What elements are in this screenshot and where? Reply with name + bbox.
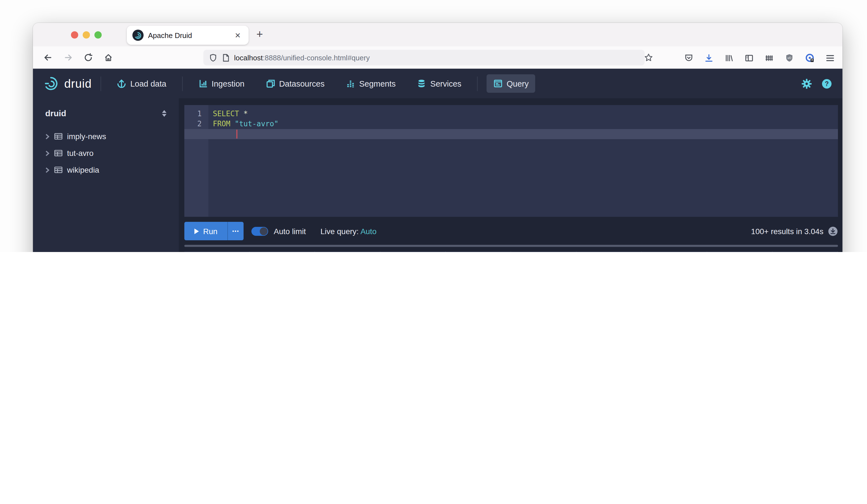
play-icon [194, 228, 199, 234]
shield-icon [209, 53, 217, 62]
toggle-knob [260, 227, 268, 235]
line-number: 1 [184, 109, 208, 119]
download-results-icon[interactable] [828, 226, 838, 236]
svg-text:?: ? [825, 80, 829, 87]
results-table: __time_timeagentbytesipreferrerremote_us… [184, 251, 838, 252]
reload-icon[interactable] [80, 53, 97, 62]
table-name: imply-news [67, 132, 106, 141]
browser-window: Apache Druid ✕ + [33, 23, 843, 252]
onepassword-icon[interactable] [805, 53, 814, 63]
new-tab-button[interactable]: + [256, 28, 263, 41]
query-icon [493, 79, 503, 88]
table-tree: imply-news tut-avro wikipedia [33, 128, 179, 178]
run-bar: Run ••• Auto limit Live query: Auto 100+… [184, 222, 838, 240]
forward-icon[interactable] [60, 53, 76, 62]
results-count: 100+ results in 3.04s [751, 227, 823, 236]
nav-services[interactable]: Services [410, 74, 468, 93]
settings-gear-icon[interactable] [801, 78, 812, 89]
chevron-right-icon [45, 150, 50, 156]
nav-datasources[interactable]: Datasources [259, 74, 331, 93]
page-icon [222, 53, 229, 62]
console-content: druid imply-news tut-avro [33, 98, 843, 252]
screen: Apache Druid ✕ + [0, 0, 867, 252]
nav-label: Ingestion [212, 79, 244, 88]
live-query-label[interactable]: Live query: Auto [320, 227, 376, 236]
nav-load-data[interactable]: Load data [110, 74, 173, 93]
svg-text:uO: uO [788, 56, 791, 59]
nav-label: Datasources [279, 79, 324, 88]
nav-ingestion[interactable]: Ingestion [191, 74, 251, 93]
auto-limit-label: Auto limit [274, 227, 306, 236]
url-bar[interactable]: localhost:8888/unified-console.html#quer… [203, 50, 645, 65]
bookmark-star-icon[interactable] [644, 53, 653, 62]
sidebar-icon[interactable] [745, 53, 753, 62]
column-header[interactable]: _time [250, 251, 315, 252]
nav-label: Segments [359, 79, 396, 88]
sql-keyword: SELECT [213, 109, 239, 118]
minimize-window-button[interactable] [83, 31, 90, 39]
table-name: wikipedia [67, 165, 99, 174]
url-text: localhost:8888/unified-console.html#quer… [234, 53, 370, 62]
nav-label: Load data [130, 79, 166, 88]
sql-keyword: FROM [213, 120, 231, 128]
run-button[interactable]: Run [184, 222, 227, 240]
sql-string: "tut-avro" [231, 120, 278, 128]
column-header[interactable]: userid [773, 251, 838, 252]
druid-brand[interactable]: druid [44, 76, 92, 92]
column-header[interactable]: __time [184, 251, 250, 252]
auto-limit-toggle[interactable] [251, 227, 268, 236]
results-header: __time_timeagentbytesipreferrerremote_us… [184, 251, 838, 252]
column-header[interactable]: referrer [511, 251, 577, 252]
tree-item-tut-avro[interactable]: tut-avro [33, 145, 179, 161]
panel-splitter[interactable] [184, 245, 838, 247]
library-icon[interactable] [725, 53, 734, 62]
column-header[interactable]: agent [315, 251, 381, 252]
menu-hamburger-icon[interactable] [826, 54, 835, 62]
browser-tab[interactable]: Apache Druid ✕ [127, 26, 249, 45]
chevron-right-icon [45, 167, 50, 173]
table-icon [54, 150, 63, 157]
editor-code[interactable]: SELECT * FROM "tut-avro" [208, 105, 838, 217]
editor-cursor [236, 130, 237, 139]
close-window-button[interactable] [71, 31, 78, 39]
nav-label: Query [507, 79, 529, 88]
window-controls [71, 31, 102, 39]
segments-icon [346, 79, 355, 88]
tree-item-wikipedia[interactable]: wikipedia [33, 161, 179, 178]
back-icon[interactable] [40, 53, 56, 62]
tab-close-icon[interactable]: ✕ [232, 30, 243, 41]
nav-divider [477, 76, 478, 91]
home-icon[interactable] [100, 53, 117, 62]
column-header[interactable]: bytes [381, 251, 446, 252]
pocket-icon[interactable] [684, 53, 693, 62]
sql-text: * [239, 109, 248, 118]
browser-tab-bar: Apache Druid ✕ + [33, 23, 843, 46]
column-header[interactable]: status [707, 251, 773, 252]
query-view: 1 2 3 SELECT * FROM "tut-avro" [179, 98, 843, 252]
extension-fence-icon[interactable] [765, 53, 774, 62]
brand-name: druid [64, 77, 92, 90]
browser-toolbar: localhost:8888/unified-console.html#quer… [33, 46, 843, 69]
tree-item-imply-news[interactable]: imply-news [33, 128, 179, 145]
table-icon [54, 167, 63, 173]
column-header[interactable]: request [642, 251, 707, 252]
editor-gutter: 1 2 3 [184, 105, 208, 217]
sql-editor[interactable]: 1 2 3 SELECT * FROM "tut-avro" [184, 105, 838, 217]
druid-top-nav: druid Load data Ingestion Data [33, 69, 843, 98]
services-icon [417, 79, 427, 88]
table-name: tut-avro [67, 149, 94, 158]
column-header[interactable]: ip [446, 251, 511, 252]
zoom-window-button[interactable] [94, 31, 102, 39]
nav-query[interactable]: Query [486, 74, 535, 93]
column-header[interactable]: remote_user [577, 251, 642, 252]
nav-segments[interactable]: Segments [339, 74, 403, 93]
run-more-button[interactable]: ••• [227, 222, 244, 240]
download-icon[interactable] [705, 53, 713, 62]
help-icon[interactable]: ? [821, 78, 832, 89]
schema-sort-icon[interactable] [162, 110, 167, 117]
datasources-icon [266, 79, 275, 88]
druid-logo [44, 76, 61, 92]
nav-divider [100, 76, 101, 91]
ublock-icon[interactable]: uO [785, 53, 794, 62]
table-icon [54, 133, 63, 140]
